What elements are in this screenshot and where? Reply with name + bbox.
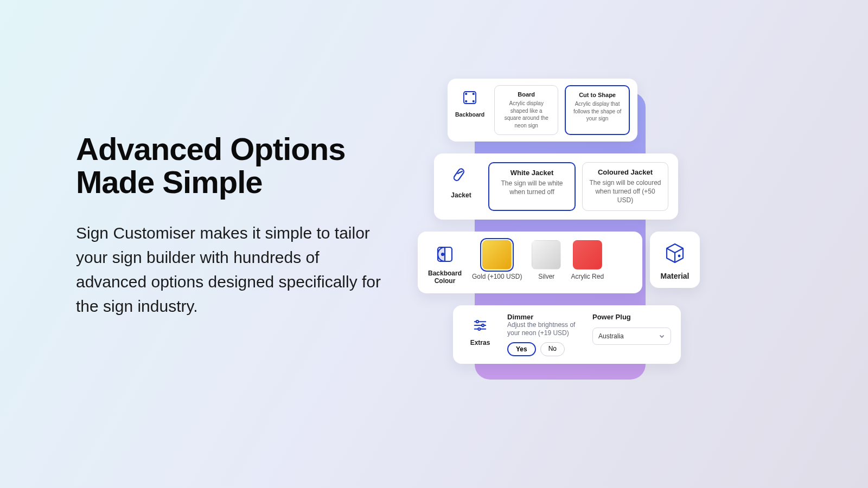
- material-label: Material: [661, 272, 690, 280]
- chevron-down-icon: [659, 333, 665, 339]
- jacket-label: Jacket: [451, 191, 471, 199]
- option-desc: Acrylic display that follows the shape o…: [572, 100, 622, 123]
- dimmer-yes-button[interactable]: Yes: [507, 342, 536, 356]
- extras-card: Extras Dimmer Adjust the brightness of y…: [453, 305, 681, 364]
- material-icon: [663, 241, 687, 265]
- backboard-colour-label: BackboardColour: [428, 269, 462, 285]
- svg-rect-5: [453, 168, 465, 181]
- swatch-label: Acrylic Red: [571, 273, 604, 280]
- swatch-acrylic-red-color: [573, 240, 602, 269]
- dimmer-no-button[interactable]: No: [540, 342, 565, 356]
- svg-point-4: [473, 101, 474, 102]
- backboard-card: Backboard Board Acrylic display shaped l…: [448, 79, 637, 142]
- option-title: Coloured Jacket: [589, 168, 661, 176]
- hero-title: Advanced Options Made Simple: [76, 133, 385, 199]
- hero-body: Sign Customiser makes it simple to tailo…: [76, 221, 385, 318]
- dimmer-desc: Adjust the brightness of your neon (+19 …: [507, 321, 579, 338]
- backboard-label: Backboard: [455, 111, 484, 118]
- backboard-icon: [461, 88, 479, 107]
- option-desc: The sign will be coloured when turned of…: [589, 178, 661, 205]
- backboard-option-cut-to-shape[interactable]: Cut to Shape Acrylic display that follow…: [565, 85, 630, 135]
- svg-point-3: [465, 101, 467, 102]
- option-desc: The sign will be white when turned off: [496, 179, 568, 196]
- svg-point-8: [442, 253, 444, 255]
- power-plug-title: Power Plug: [592, 313, 671, 321]
- extras-label: Extras: [470, 339, 490, 346]
- svg-point-1: [465, 93, 467, 94]
- hero-title-line1: Advanced Options: [76, 131, 345, 166]
- power-plug-value: Australia: [598, 332, 624, 340]
- option-title: White Jacket: [496, 169, 568, 177]
- backboard-colour-card: BackboardColour Gold (+100 USD) Silver A…: [418, 232, 642, 293]
- swatch-silver[interactable]: Silver: [532, 240, 561, 280]
- option-desc: Acrylic display shaped like a square aro…: [501, 100, 551, 129]
- swatch-acrylic-red[interactable]: Acrylic Red: [571, 240, 604, 280]
- jacket-option-coloured[interactable]: Coloured Jacket The sign will be coloure…: [582, 162, 668, 211]
- hero-title-line2: Made Simple: [76, 164, 263, 200]
- svg-line-6: [458, 171, 462, 174]
- svg-point-11: [476, 320, 478, 323]
- option-title: Board: [501, 91, 551, 98]
- svg-point-15: [478, 328, 480, 330]
- swatch-gold-color: [482, 240, 512, 269]
- backboard-option-board[interactable]: Board Acrylic display shaped like a squa…: [494, 85, 558, 135]
- jacket-icon: [450, 165, 472, 187]
- jacket-card: Jacket White Jacket The sign will be whi…: [434, 153, 678, 220]
- swatch-label: Silver: [538, 273, 554, 280]
- svg-point-2: [473, 93, 474, 94]
- backboard-colour-icon: [434, 243, 456, 265]
- material-card[interactable]: Material: [650, 232, 700, 288]
- jacket-option-white[interactable]: White Jacket The sign will be white when…: [488, 162, 576, 211]
- swatch-silver-color: [532, 240, 561, 269]
- dimmer-title: Dimmer: [507, 313, 579, 321]
- svg-point-13: [482, 324, 484, 326]
- svg-point-9: [679, 255, 680, 256]
- power-plug-select[interactable]: Australia: [592, 328, 671, 345]
- option-title: Cut to Shape: [572, 92, 622, 98]
- swatch-label: Gold (+100 USD): [472, 273, 522, 280]
- swatch-gold[interactable]: Gold (+100 USD): [472, 240, 522, 280]
- extras-icon: [471, 316, 489, 335]
